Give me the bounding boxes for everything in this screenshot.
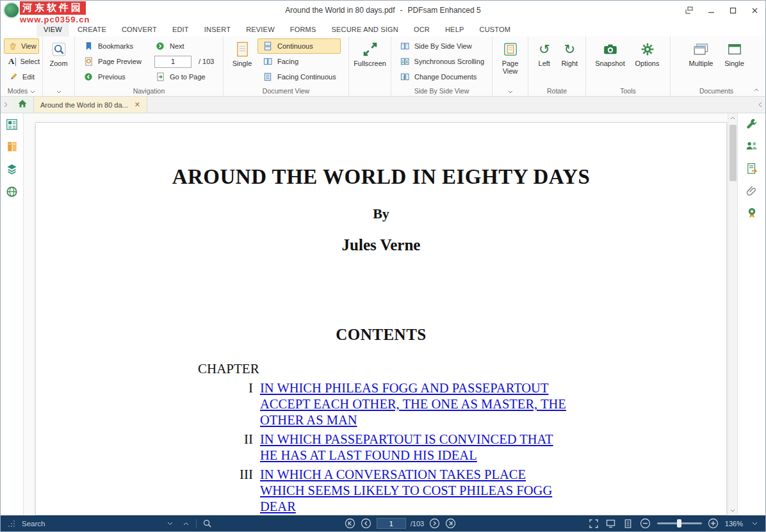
- scroll-up-icon[interactable]: [728, 113, 737, 123]
- zoom-out-icon[interactable]: [640, 518, 651, 529]
- ribbon-tab-view[interactable]: VIEW: [37, 22, 69, 36]
- snapshot-button[interactable]: Snapshot: [591, 38, 630, 67]
- collapse-ribbon-button[interactable]: [751, 85, 762, 94]
- multiple-documents-button[interactable]: Multiple: [683, 38, 719, 67]
- facing-view-button[interactable]: Facing: [257, 54, 341, 69]
- page-preview-icon: [83, 56, 94, 67]
- single-document-label: Single: [724, 60, 744, 67]
- side-by-side-view-button[interactable]: Side By Side View: [395, 38, 489, 54]
- certificate-icon[interactable]: [744, 205, 760, 222]
- rotate-right-button[interactable]: ↻ Right: [557, 38, 583, 67]
- zoom-presets-chevron-icon[interactable]: [749, 518, 760, 529]
- view-mode-button[interactable]: View: [4, 38, 39, 54]
- home-tab[interactable]: [11, 97, 34, 113]
- single-view-button[interactable]: Single: [227, 38, 257, 67]
- zoom-level-value: 136%: [725, 520, 743, 528]
- save-icon[interactable]: [25, 4, 37, 16]
- toc-row: I IN WHICH PHILEAS FOGG AND PASSEPARTOUT…: [198, 380, 726, 428]
- zoom-button[interactable]: Zoom: [46, 38, 71, 67]
- fullscreen-button[interactable]: Fullscreen: [352, 38, 387, 67]
- thumbnails-panel-button[interactable]: [4, 116, 20, 133]
- ribbon-tab-insert[interactable]: INSERT: [197, 22, 238, 36]
- ribbon-tab-help[interactable]: HELP: [438, 22, 471, 36]
- previous-page-button[interactable]: Previous: [78, 69, 149, 85]
- search-input[interactable]: [22, 520, 159, 528]
- right-panel-toggle[interactable]: [755, 97, 765, 113]
- monitor-icon[interactable]: [605, 518, 617, 529]
- ribbon-tab-custom[interactable]: CUSTOM: [473, 22, 518, 36]
- next-page-button[interactable]: Next: [150, 38, 222, 54]
- change-documents-icon: [399, 71, 411, 83]
- rotate-left-button[interactable]: ↺ Left: [532, 38, 557, 67]
- ribbon-tab-create[interactable]: CREATE: [70, 22, 113, 36]
- side-by-side-icon: [399, 40, 411, 52]
- fullscreen-icon[interactable]: [588, 518, 599, 529]
- change-documents-button[interactable]: Change Documents: [395, 69, 489, 85]
- statusbar-page-input[interactable]: [377, 518, 406, 529]
- goto-page-icon: [154, 71, 166, 83]
- vertical-scrollbar[interactable]: [728, 113, 737, 515]
- facing-continuous-icon: [262, 71, 273, 83]
- page-layout-icon[interactable]: [623, 518, 634, 529]
- ribbon-tab-edit[interactable]: EDIT: [165, 22, 196, 36]
- chapter-link[interactable]: IN WHICH PASSEPARTOUT IS CONVINCED THAT …: [260, 431, 570, 463]
- synchronous-scrolling-button[interactable]: Synchronous Scrolling: [395, 54, 489, 69]
- minimize-button[interactable]: [700, 1, 722, 19]
- next-page-icon[interactable]: [428, 518, 440, 529]
- document-tab[interactable]: Around the World in 80 da... ✕: [34, 97, 147, 113]
- chevron-down-icon[interactable]: [56, 87, 61, 95]
- facing-continuous-view-button[interactable]: Facing Continuous: [257, 69, 341, 85]
- previous-page-icon[interactable]: [361, 518, 372, 529]
- continuous-view-button[interactable]: Continuous: [257, 38, 341, 54]
- maximize-button[interactable]: [722, 1, 744, 19]
- close-button[interactable]: [744, 1, 765, 19]
- contents-heading: CONTENTS: [36, 326, 726, 344]
- edit-mode-button[interactable]: Edit: [4, 69, 39, 85]
- multiple-windows-icon: [694, 41, 709, 58]
- print-icon[interactable]: [42, 4, 53, 16]
- book-title: AROUND THE WORLD IN EIGHTY DAYS: [36, 165, 726, 189]
- ribbon-tab-review[interactable]: REVIEW: [239, 22, 282, 36]
- chevron-down-icon[interactable]: [30, 87, 35, 95]
- page-preview-button[interactable]: Page Preview: [78, 54, 149, 69]
- world-panel-button[interactable]: [4, 183, 20, 200]
- search-collapse-icon[interactable]: [164, 518, 175, 529]
- chevron-down-icon[interactable]: [508, 87, 513, 95]
- bookmarks-button[interactable]: Bookmarks: [78, 38, 149, 54]
- options-button[interactable]: Options: [630, 38, 665, 67]
- close-tab-icon[interactable]: ✕: [134, 101, 140, 109]
- ribbon-page-number-input[interactable]: [154, 56, 192, 68]
- search-expand-icon[interactable]: [180, 518, 192, 529]
- paperclip-icon[interactable]: [744, 182, 760, 199]
- pages-panel-button[interactable]: [4, 138, 20, 155]
- ribbon-tab-convert[interactable]: CONVERT: [115, 22, 164, 36]
- zoom-slider[interactable]: [657, 522, 702, 524]
- app-logo-icon: [3, 2, 20, 19]
- export-document-icon[interactable]: [744, 160, 760, 177]
- drag-handle-icon[interactable]: [6, 518, 17, 529]
- left-panel-toggle[interactable]: [1, 97, 11, 113]
- ribbon-tab-secure-and-sign[interactable]: SECURE AND SIGN: [324, 22, 405, 36]
- wrench-icon[interactable]: [744, 115, 760, 132]
- pencil-icon: [8, 71, 19, 83]
- select-mode-button[interactable]: A Select: [4, 54, 39, 69]
- compare-people-icon[interactable]: [744, 138, 760, 154]
- chapter-link[interactable]: IN WHICH A CONVERSATION TAKES PLACE WHIC…: [260, 467, 570, 515]
- ribbon-tab-ocr[interactable]: OCR: [407, 22, 437, 36]
- scrollbar-thumb[interactable]: [729, 125, 737, 181]
- goto-page-button[interactable]: Go to Page: [150, 69, 222, 85]
- ribbon-tab-forms[interactable]: FORMS: [283, 22, 323, 36]
- search-icon[interactable]: [201, 518, 213, 529]
- dock-window-button[interactable]: [678, 1, 700, 19]
- chapter-link[interactable]: IN WHICH PHILEAS FOGG AND PASSEPARTOUT A…: [260, 380, 570, 428]
- first-page-icon[interactable]: [345, 518, 356, 529]
- ribbon-group-zoom: Zoom: [43, 36, 75, 96]
- zoom-in-icon[interactable]: [708, 518, 719, 529]
- last-page-icon[interactable]: [444, 518, 456, 529]
- layers-panel-button[interactable]: [4, 161, 20, 177]
- scroll-down-icon[interactable]: [728, 506, 737, 515]
- page-view-button[interactable]: Page View: [496, 38, 525, 75]
- bookmarks-label: Bookmarks: [98, 42, 133, 50]
- zoom-slider-thumb[interactable]: [677, 519, 681, 528]
- single-document-button[interactable]: Single: [719, 38, 750, 67]
